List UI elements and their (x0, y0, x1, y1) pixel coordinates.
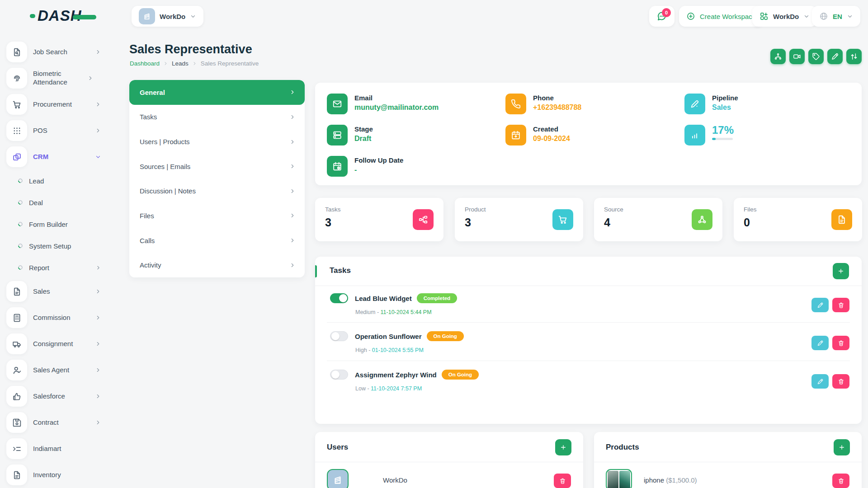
sidebar-item-sales[interactable]: Sales (0, 278, 113, 305)
tab-files[interactable]: Files (129, 203, 305, 228)
delete-task-button[interactable] (832, 298, 849, 312)
tab-users-products[interactable]: Users | Products (129, 129, 305, 154)
edit-task-button[interactable] (811, 336, 829, 350)
chevron-right-icon (95, 288, 101, 295)
delete-task-button[interactable] (832, 374, 849, 389)
user-avatar (327, 469, 349, 488)
add-product-button[interactable] (834, 439, 850, 455)
products-section: Products iphone ($1,500.0) (594, 432, 862, 488)
sidebar-item-contract[interactable]: Contract (0, 409, 113, 436)
chevron-right-icon (163, 61, 168, 66)
task-meta: Medium - 11-10-2024 5:44 PM (355, 309, 432, 315)
bullet-icon (17, 243, 24, 249)
chevron-right-icon (95, 265, 101, 271)
tab-discussion-notes[interactable]: Discussion | Notes (129, 179, 305, 204)
sidebar-item-sales-agent[interactable]: Sales Agent (0, 357, 113, 383)
task-complete-toggle[interactable] (330, 293, 348, 303)
breadcrumb-leads[interactable]: Leads (172, 60, 189, 67)
sidebar-item-crm[interactable]: CRM (0, 144, 113, 170)
sidebar-subitem-form-builder[interactable]: Form Builder (0, 213, 113, 235)
save-icon (12, 418, 22, 427)
phone-value: +16239488788 (533, 103, 581, 112)
add-user-button[interactable] (555, 439, 571, 455)
workspace-selector[interactable]: WorkDo (132, 6, 203, 27)
sidebar-item-pos[interactable]: POS (0, 117, 113, 144)
tab-calls[interactable]: Calls (129, 228, 305, 253)
remove-product-button[interactable] (832, 474, 849, 488)
sidebar-item-indiamart[interactable]: Indiamart (0, 436, 113, 462)
lead-info-card: Email munuty@mailinator.com Phone +16239… (315, 83, 862, 185)
sidebar-subitem-lead[interactable]: Lead (0, 170, 113, 192)
files-count: 0 (744, 216, 750, 229)
phone-icon (511, 99, 521, 109)
cart-icon (12, 100, 22, 109)
trash-icon (838, 478, 844, 484)
chevron-right-icon (95, 393, 101, 399)
sidebar-item-job-search[interactable]: Job Search (0, 39, 113, 65)
file-text-icon (12, 470, 22, 480)
edit-lead-button[interactable] (827, 49, 843, 64)
task-complete-toggle[interactable] (330, 370, 348, 380)
app-selector[interactable]: WorkDo (752, 6, 817, 27)
workspace-avatar (139, 8, 155, 24)
task-datetime: 01-10-2024 5:55 PM (372, 347, 424, 353)
breadcrumb-dashboard[interactable]: Dashboard (130, 60, 160, 67)
tag-icon (812, 52, 820, 61)
convert-to-deal-button[interactable] (846, 49, 862, 64)
meeting-button[interactable] (789, 49, 805, 64)
sidebar-subitem-deal[interactable]: Deal (0, 192, 113, 213)
chevron-right-icon (87, 75, 94, 81)
chevron-right-icon (289, 89, 296, 95)
messages-button[interactable]: 0 (649, 6, 675, 27)
circle-plus-icon (686, 12, 695, 21)
chevron-down-icon (95, 154, 101, 160)
tab-sources-emails[interactable]: Sources | Emails (129, 154, 305, 179)
bar-chart-icon (690, 130, 700, 140)
add-task-button[interactable] (833, 263, 849, 279)
chevron-right-icon (289, 114, 296, 120)
labels-button[interactable] (808, 49, 824, 64)
tab-general[interactable]: General (129, 80, 305, 105)
remove-user-button[interactable] (554, 474, 571, 488)
notification-badge: 0 (662, 8, 671, 17)
task-meta: Low - 11-10-2024 7:57 PM (355, 385, 422, 392)
tab-activity[interactable]: Activity (129, 253, 305, 277)
chevron-right-icon (95, 341, 101, 347)
tab-tasks[interactable]: Tasks (129, 105, 305, 130)
stat-card-tasks: Tasks 3 (315, 198, 443, 241)
product-price: ($1,500.0) (666, 476, 697, 484)
sidebar-item-salesforce[interactable]: Salesforce (0, 383, 113, 409)
sidebar-subitem-report[interactable]: Report (0, 257, 113, 278)
file-search-icon (12, 47, 22, 57)
edit-task-button[interactable] (811, 298, 829, 312)
plus-icon (837, 267, 844, 275)
sidebar-item-procurement[interactable]: Procurement (0, 91, 113, 117)
sidebar-item-commission[interactable]: Commission (0, 305, 113, 331)
main-sidebar: Job Search Biometric Attendance Procurem… (0, 33, 113, 488)
user-name: WorkDo (383, 476, 407, 484)
info-email: Email munuty@mailinator.com (327, 94, 439, 114)
create-workspace-label: Create Workspace (700, 13, 756, 20)
product-count: 3 (465, 216, 471, 229)
sidebar-item-inventory[interactable]: Inventory (0, 462, 113, 488)
dash-logo[interactable]: DASH (30, 7, 96, 24)
labels-board-button[interactable] (770, 49, 786, 64)
grid-dots-icon (12, 126, 22, 136)
swap-arrows-icon (850, 52, 858, 61)
sidebar-subitem-system-setup[interactable]: System Setup (0, 235, 113, 257)
sidebar-item-consignment[interactable]: Consignment (0, 331, 113, 357)
language-selector[interactable]: EN (812, 6, 860, 27)
sidebar-item-biometric-attendance[interactable]: Biometric Attendance (0, 65, 113, 91)
task-complete-toggle[interactable] (330, 331, 348, 341)
info-created: Created 09-09-2024 (505, 125, 570, 145)
divider (315, 462, 583, 462)
chevron-right-icon (289, 212, 296, 219)
trash-icon (559, 478, 566, 484)
create-workspace-button[interactable]: Create Workspace (679, 6, 763, 27)
task-status-badge: On Going (427, 331, 464, 341)
bullet-icon (17, 221, 24, 227)
tasks-count: 3 (325, 216, 331, 229)
edit-task-button[interactable] (811, 374, 829, 389)
task-name: Assignment Zephyr Wind (355, 371, 437, 379)
delete-task-button[interactable] (832, 336, 849, 350)
